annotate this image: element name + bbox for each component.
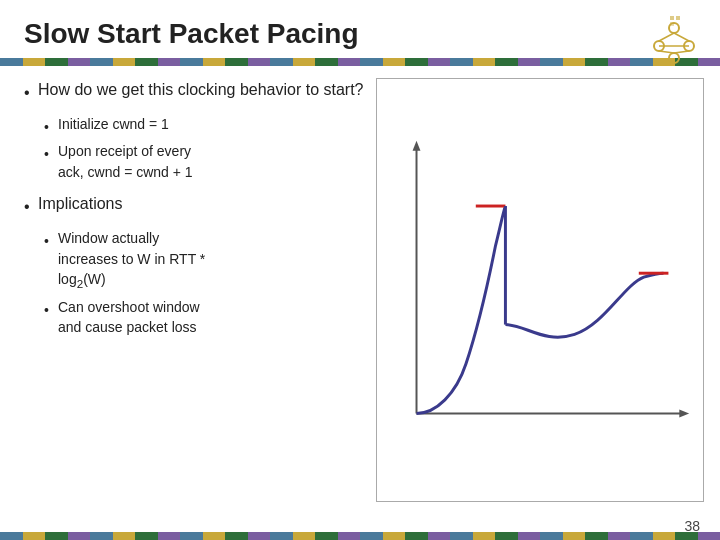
chart-container xyxy=(376,78,704,502)
subbullet-dot-1: • xyxy=(44,117,52,137)
svg-marker-15 xyxy=(679,410,689,418)
chart-svg xyxy=(377,79,703,501)
subbullet-dot-3: • xyxy=(44,231,52,251)
bottom-color-bar xyxy=(0,532,720,540)
bullet-1: • How do we get this clocking behavior t… xyxy=(24,78,364,104)
subbullet-1-text: Initialize cwnd = 1 xyxy=(58,114,169,134)
svg-rect-9 xyxy=(670,16,674,20)
bullet-2-text: Implications xyxy=(38,192,122,215)
subbullet-dot-4: • xyxy=(44,300,52,320)
bullet-dot-2: • xyxy=(24,195,32,218)
logo xyxy=(644,8,704,68)
subbullet-2: • Upon receipt of every ack, cwnd = cwnd… xyxy=(44,141,364,182)
bullet-2: • Implications xyxy=(24,192,364,218)
svg-rect-10 xyxy=(676,16,680,20)
subbullet-4-text: Can overshoot window and cause packet lo… xyxy=(58,297,200,338)
subbullet-3-text: Window actually increases to W in RTT * … xyxy=(58,228,205,292)
subbullet-3: • Window actually increases to W in RTT … xyxy=(44,228,364,292)
bullet-1-text: How do we get this clocking behavior to … xyxy=(38,78,364,101)
color-bar xyxy=(0,58,720,66)
svg-line-7 xyxy=(674,51,689,53)
content-area: • How do we get this clocking behavior t… xyxy=(0,66,720,502)
subbullet-2-text: Upon receipt of every ack, cwnd = cwnd +… xyxy=(58,141,193,182)
left-column: • How do we get this clocking behavior t… xyxy=(24,78,364,502)
subbullet-4: • Can overshoot window and cause packet … xyxy=(44,297,364,338)
subbullet-1: • Initialize cwnd = 1 xyxy=(44,114,364,137)
bullet-dot-1: • xyxy=(24,81,32,104)
svg-line-5 xyxy=(674,33,689,41)
svg-marker-13 xyxy=(413,141,421,151)
svg-rect-11 xyxy=(670,22,674,26)
svg-point-3 xyxy=(669,53,679,63)
subbullet-dot-2: • xyxy=(44,144,52,164)
svg-line-4 xyxy=(659,33,674,41)
svg-line-6 xyxy=(659,51,674,53)
page-title: Slow Start Packet Pacing xyxy=(0,0,720,50)
